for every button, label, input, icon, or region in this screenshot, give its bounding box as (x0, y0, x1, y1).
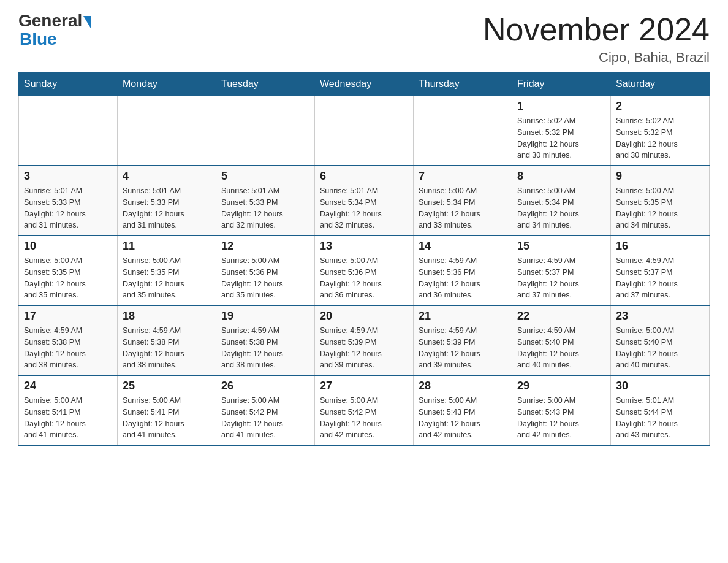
day-number: 14 (419, 240, 507, 253)
day-info: Sunrise: 5:01 AM Sunset: 5:34 PM Dayligh… (320, 185, 408, 231)
day-info: Sunrise: 4:59 AM Sunset: 5:38 PM Dayligh… (24, 325, 112, 371)
calendar-day-cell: 25Sunrise: 5:00 AM Sunset: 5:41 PM Dayli… (118, 375, 216, 445)
calendar-day-cell: 5Sunrise: 5:01 AM Sunset: 5:33 PM Daylig… (216, 166, 315, 236)
calendar-day-cell: 22Sunrise: 4:59 AM Sunset: 5:40 PM Dayli… (512, 305, 611, 375)
page-header: General Blue November 2024 Cipo, Bahia, … (18, 12, 710, 66)
day-number: 18 (123, 310, 211, 323)
day-number: 27 (320, 380, 408, 393)
calendar-day-cell: 2Sunrise: 5:02 AM Sunset: 5:32 PM Daylig… (611, 96, 710, 166)
logo-general-text: General (18, 12, 82, 29)
calendar-day-cell: 26Sunrise: 5:00 AM Sunset: 5:42 PM Dayli… (216, 375, 315, 445)
day-of-week-header: Friday (512, 72, 611, 96)
calendar-header-row: SundayMondayTuesdayWednesdayThursdayFrid… (19, 72, 710, 96)
day-number: 16 (616, 240, 704, 253)
day-of-week-header: Saturday (611, 72, 710, 96)
calendar-day-cell: 12Sunrise: 5:00 AM Sunset: 5:36 PM Dayli… (216, 236, 315, 305)
calendar-day-cell: 15Sunrise: 4:59 AM Sunset: 5:37 PM Dayli… (512, 236, 611, 305)
day-info: Sunrise: 5:00 AM Sunset: 5:41 PM Dayligh… (24, 395, 112, 441)
day-number: 17 (24, 310, 112, 323)
day-info: Sunrise: 5:01 AM Sunset: 5:33 PM Dayligh… (24, 185, 112, 231)
day-info: Sunrise: 5:00 AM Sunset: 5:42 PM Dayligh… (320, 395, 408, 441)
day-number: 6 (320, 170, 408, 183)
calendar-day-cell: 9Sunrise: 5:00 AM Sunset: 5:35 PM Daylig… (611, 166, 710, 236)
calendar-week-row: 3Sunrise: 5:01 AM Sunset: 5:33 PM Daylig… (19, 166, 710, 236)
day-info: Sunrise: 5:00 AM Sunset: 5:36 PM Dayligh… (221, 255, 309, 301)
day-info: Sunrise: 4:59 AM Sunset: 5:39 PM Dayligh… (320, 325, 408, 371)
calendar-day-cell: 6Sunrise: 5:01 AM Sunset: 5:34 PM Daylig… (315, 166, 414, 236)
day-info: Sunrise: 5:00 AM Sunset: 5:34 PM Dayligh… (419, 185, 507, 231)
day-info: Sunrise: 5:00 AM Sunset: 5:40 PM Dayligh… (616, 325, 704, 371)
day-info: Sunrise: 5:00 AM Sunset: 5:36 PM Dayligh… (320, 255, 408, 301)
calendar-day-cell: 13Sunrise: 5:00 AM Sunset: 5:36 PM Dayli… (315, 236, 414, 305)
day-info: Sunrise: 5:00 AM Sunset: 5:34 PM Dayligh… (517, 185, 605, 231)
calendar-day-cell: 20Sunrise: 4:59 AM Sunset: 5:39 PM Dayli… (315, 305, 414, 375)
day-info: Sunrise: 5:00 AM Sunset: 5:35 PM Dayligh… (123, 255, 211, 301)
day-info: Sunrise: 5:01 AM Sunset: 5:44 PM Dayligh… (616, 395, 704, 441)
day-info: Sunrise: 4:59 AM Sunset: 5:38 PM Dayligh… (123, 325, 211, 371)
calendar-day-cell: 19Sunrise: 4:59 AM Sunset: 5:38 PM Dayli… (216, 305, 315, 375)
calendar-day-cell: 3Sunrise: 5:01 AM Sunset: 5:33 PM Daylig… (19, 166, 118, 236)
calendar-day-cell: 16Sunrise: 4:59 AM Sunset: 5:37 PM Dayli… (611, 236, 710, 305)
day-number: 13 (320, 240, 408, 253)
day-info: Sunrise: 5:00 AM Sunset: 5:43 PM Dayligh… (419, 395, 507, 441)
day-info: Sunrise: 4:59 AM Sunset: 5:39 PM Dayligh… (419, 325, 507, 371)
calendar-day-cell: 11Sunrise: 5:00 AM Sunset: 5:35 PM Dayli… (118, 236, 216, 305)
day-number: 15 (517, 240, 605, 253)
day-number: 20 (320, 310, 408, 323)
calendar-day-cell: 1Sunrise: 5:02 AM Sunset: 5:32 PM Daylig… (512, 96, 611, 166)
day-number: 5 (221, 170, 309, 183)
day-of-week-header: Sunday (19, 72, 118, 96)
day-info: Sunrise: 4:59 AM Sunset: 5:36 PM Dayligh… (419, 255, 507, 301)
calendar-week-row: 17Sunrise: 4:59 AM Sunset: 5:38 PM Dayli… (19, 305, 710, 375)
day-number: 2 (616, 100, 704, 113)
month-title: November 2024 (483, 12, 710, 47)
calendar-day-cell: 24Sunrise: 5:00 AM Sunset: 5:41 PM Dayli… (19, 375, 118, 445)
day-number: 29 (517, 380, 605, 393)
day-number: 24 (24, 380, 112, 393)
day-info: Sunrise: 5:00 AM Sunset: 5:35 PM Dayligh… (616, 185, 704, 231)
calendar-day-cell (118, 96, 216, 166)
calendar-day-cell: 8Sunrise: 5:00 AM Sunset: 5:34 PM Daylig… (512, 166, 611, 236)
calendar-day-cell: 4Sunrise: 5:01 AM Sunset: 5:33 PM Daylig… (118, 166, 216, 236)
calendar-week-row: 1Sunrise: 5:02 AM Sunset: 5:32 PM Daylig… (19, 96, 710, 166)
day-number: 9 (616, 170, 704, 183)
day-info: Sunrise: 4:59 AM Sunset: 5:37 PM Dayligh… (517, 255, 605, 301)
day-number: 12 (221, 240, 309, 253)
day-info: Sunrise: 4:59 AM Sunset: 5:37 PM Dayligh… (616, 255, 704, 301)
day-number: 10 (24, 240, 112, 253)
calendar-day-cell: 18Sunrise: 4:59 AM Sunset: 5:38 PM Dayli… (118, 305, 216, 375)
day-info: Sunrise: 5:00 AM Sunset: 5:41 PM Dayligh… (123, 395, 211, 441)
logo: General Blue (18, 12, 92, 49)
calendar-day-cell: 29Sunrise: 5:00 AM Sunset: 5:43 PM Dayli… (512, 375, 611, 445)
day-info: Sunrise: 5:01 AM Sunset: 5:33 PM Dayligh… (123, 185, 211, 231)
day-info: Sunrise: 5:00 AM Sunset: 5:35 PM Dayligh… (24, 255, 112, 301)
day-number: 26 (221, 380, 309, 393)
day-number: 3 (24, 170, 112, 183)
day-number: 8 (517, 170, 605, 183)
calendar-day-cell: 7Sunrise: 5:00 AM Sunset: 5:34 PM Daylig… (414, 166, 512, 236)
day-info: Sunrise: 4:59 AM Sunset: 5:40 PM Dayligh… (517, 325, 605, 371)
day-of-week-header: Wednesday (315, 72, 414, 96)
calendar-day-cell: 27Sunrise: 5:00 AM Sunset: 5:42 PM Dayli… (315, 375, 414, 445)
day-info: Sunrise: 5:00 AM Sunset: 5:43 PM Dayligh… (517, 395, 605, 441)
day-info: Sunrise: 4:59 AM Sunset: 5:38 PM Dayligh… (221, 325, 309, 371)
day-number: 1 (517, 100, 605, 113)
day-number: 19 (221, 310, 309, 323)
day-info: Sunrise: 5:02 AM Sunset: 5:32 PM Dayligh… (517, 115, 605, 161)
day-number: 21 (419, 310, 507, 323)
calendar-day-cell (315, 96, 414, 166)
calendar-day-cell (414, 96, 512, 166)
calendar-day-cell (216, 96, 315, 166)
day-number: 4 (123, 170, 211, 183)
title-section: November 2024 Cipo, Bahia, Brazil (483, 12, 710, 66)
calendar-day-cell: 28Sunrise: 5:00 AM Sunset: 5:43 PM Dayli… (414, 375, 512, 445)
logo-blue-text: Blue (18, 29, 57, 49)
day-number: 30 (616, 380, 704, 393)
day-number: 22 (517, 310, 605, 323)
calendar-table: SundayMondayTuesdayWednesdayThursdayFrid… (18, 72, 710, 446)
location-text: Cipo, Bahia, Brazil (483, 50, 710, 66)
day-number: 23 (616, 310, 704, 323)
day-number: 7 (419, 170, 507, 183)
calendar-day-cell: 17Sunrise: 4:59 AM Sunset: 5:38 PM Dayli… (19, 305, 118, 375)
calendar-week-row: 10Sunrise: 5:00 AM Sunset: 5:35 PM Dayli… (19, 236, 710, 305)
